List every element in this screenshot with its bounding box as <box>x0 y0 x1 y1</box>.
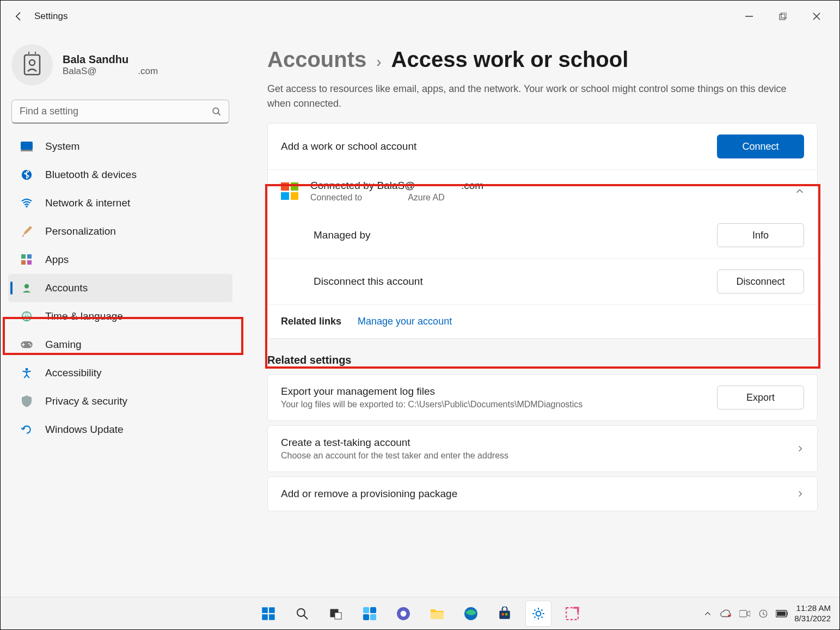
profile-email: BalaS@ .com <box>63 66 158 77</box>
page-description: Get access to resources like email, apps… <box>267 82 812 111</box>
taskbar-search[interactable] <box>289 601 315 627</box>
svg-rect-7 <box>21 142 33 150</box>
chevron-right-icon <box>796 445 804 452</box>
tray-chevron-icon[interactable] <box>702 608 714 620</box>
related-links-row: Related links Manage your account <box>268 304 817 338</box>
page-title: Access work or school <box>391 47 629 72</box>
svg-point-43 <box>728 614 731 617</box>
nav-windows-update[interactable]: Windows Update <box>8 415 232 444</box>
svg-rect-42 <box>566 608 578 620</box>
svg-rect-29 <box>335 613 341 619</box>
nav-bluetooth[interactable]: Bluetooth & devices <box>8 161 232 189</box>
back-button[interactable] <box>8 6 29 27</box>
taskbar-widgets[interactable] <box>357 601 383 627</box>
disconnect-label: Disconnect this account <box>314 276 717 288</box>
nav-system[interactable]: System <box>8 132 232 161</box>
test-account-title: Create a test-taking account <box>281 437 796 449</box>
export-button[interactable]: Export <box>717 386 804 409</box>
tray-battery-icon[interactable] <box>776 608 788 620</box>
nav-accounts[interactable]: Accounts <box>8 274 232 302</box>
svg-point-35 <box>400 610 406 616</box>
svg-rect-22 <box>262 607 268 613</box>
chevron-right-icon <box>796 490 804 498</box>
nav-apps[interactable]: Apps <box>8 246 232 274</box>
wifi-icon <box>20 197 33 210</box>
tray-clock[interactable]: 11:28 AM 8/31/2022 <box>794 603 831 624</box>
nav-time-language[interactable]: Time & language <box>8 302 232 331</box>
minimize-button[interactable] <box>734 6 764 27</box>
tray-meet-icon[interactable] <box>739 608 751 620</box>
profile-block[interactable]: Bala Sandhu BalaS@ .com <box>8 40 232 95</box>
provisioning-title: Add or remove a provisioning package <box>281 488 796 500</box>
manage-account-link[interactable]: Manage your account <box>358 316 452 327</box>
close-button[interactable] <box>801 6 832 27</box>
tray-updates-icon[interactable] <box>757 608 769 620</box>
account-title: Connected by BalaS@ .com <box>310 180 783 192</box>
avatar-badge-icon <box>21 52 43 78</box>
nav-network[interactable]: Network & internet <box>8 189 232 217</box>
start-button[interactable] <box>255 601 281 627</box>
export-logs-row: Export your management log files Your lo… <box>268 375 817 420</box>
clock-date: 8/31/2022 <box>794 614 831 624</box>
svg-rect-36 <box>431 612 444 619</box>
chevron-up-icon <box>795 187 804 195</box>
info-button[interactable]: Info <box>717 223 804 247</box>
taskbar-settings[interactable] <box>525 601 551 627</box>
update-icon <box>20 423 33 436</box>
nav-label: Gaming <box>45 339 82 351</box>
avatar <box>11 44 53 85</box>
svg-rect-2 <box>781 13 787 18</box>
maximize-button[interactable] <box>768 6 798 27</box>
folder-icon <box>430 607 445 620</box>
taskbar-snip[interactable] <box>559 601 585 627</box>
svg-rect-25 <box>269 614 275 620</box>
bluetooth-icon <box>20 168 33 181</box>
shield-icon <box>20 395 33 408</box>
task-view[interactable] <box>323 601 349 627</box>
provisioning-row[interactable]: Add or remove a provisioning package <box>268 477 817 511</box>
nav-gaming[interactable]: Gaming <box>8 331 232 359</box>
taskbar-edge[interactable] <box>458 601 484 627</box>
widgets-icon <box>363 607 377 621</box>
svg-rect-32 <box>363 614 369 620</box>
taskbar-store[interactable] <box>492 601 518 627</box>
minimize-icon <box>745 13 753 20</box>
task-view-icon <box>329 607 342 620</box>
taskbar-explorer[interactable] <box>424 601 450 627</box>
svg-point-19 <box>28 343 30 345</box>
profile-name: Bala Sandhu <box>63 53 158 66</box>
related-links-label: Related links <box>281 316 341 327</box>
tray-onedrive-icon[interactable] <box>720 608 732 620</box>
add-account-label: Add a work or school account <box>281 140 717 152</box>
nav-label: Personalization <box>45 225 116 237</box>
store-icon <box>498 607 512 621</box>
clock-globe-icon <box>20 310 33 323</box>
managed-by-label: Managed by <box>314 229 717 241</box>
nav-label: Apps <box>45 254 69 266</box>
nav-accessibility[interactable]: Accessibility <box>8 359 232 387</box>
nav-label: Time & language <box>45 310 123 322</box>
search-icon <box>212 107 222 117</box>
svg-line-27 <box>304 615 308 619</box>
managed-by-row: Managed by Info <box>268 212 817 258</box>
svg-point-26 <box>297 609 305 616</box>
nav-personalization[interactable]: Personalization <box>8 217 232 246</box>
breadcrumb: Accounts › Access work or school <box>267 47 818 72</box>
svg-rect-44 <box>739 610 747 617</box>
gamepad-icon <box>20 338 33 351</box>
disconnect-button[interactable]: Disconnect <box>717 270 804 293</box>
test-account-row[interactable]: Create a test-taking account Choose an a… <box>268 426 817 472</box>
search-input[interactable] <box>11 100 229 124</box>
account-header[interactable]: Connected by BalaS@ .com Connected to Az… <box>268 169 817 212</box>
app-title: Settings <box>34 11 68 22</box>
taskbar-teams[interactable] <box>390 601 416 627</box>
breadcrumb-root[interactable]: Accounts <box>267 47 366 72</box>
svg-rect-1 <box>780 14 785 20</box>
connect-button[interactable]: Connect <box>717 134 804 158</box>
windows-logo-icon <box>261 606 276 621</box>
close-icon <box>813 13 820 20</box>
clock-time: 11:28 AM <box>794 603 831 614</box>
disconnect-row: Disconnect this account Disconnect <box>268 258 817 304</box>
svg-rect-14 <box>27 260 32 265</box>
nav-privacy[interactable]: Privacy & security <box>8 387 232 415</box>
